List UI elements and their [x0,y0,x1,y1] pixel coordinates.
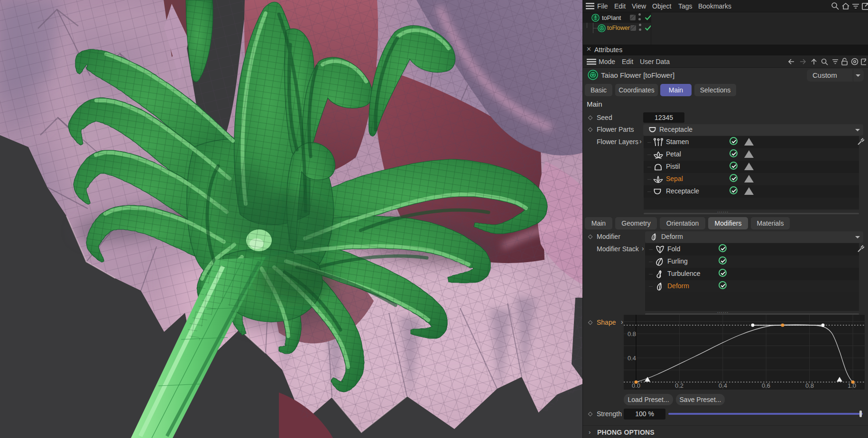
svg-text:0.6: 0.6 [762,382,770,389]
svg-text:0.8: 0.8 [628,330,636,338]
svg-text:0.8: 0.8 [805,382,814,389]
svg-text:0.2: 0.2 [675,382,683,389]
svg-text:0.4: 0.4 [628,355,636,362]
svg-text:0.4: 0.4 [719,382,727,389]
